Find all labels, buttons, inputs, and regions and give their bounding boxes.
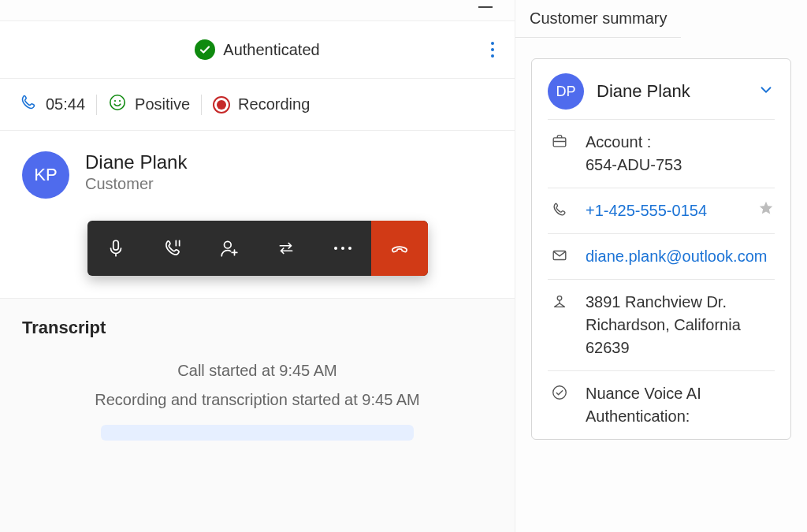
briefcase-icon bbox=[548, 131, 571, 150]
sentiment: Positive bbox=[108, 93, 190, 116]
transcript-event: Call started at 9:45 AM bbox=[22, 362, 493, 380]
caller-name: Diane Plank bbox=[85, 151, 187, 173]
email-field: diane.plank@outlook.com bbox=[548, 233, 775, 279]
tab-customer-summary[interactable]: Customer summary bbox=[515, 0, 681, 38]
window-controls bbox=[0, 0, 515, 20]
call-controls-wrap bbox=[0, 214, 515, 299]
phone-field: +1-425-555-0154 bbox=[548, 188, 775, 233]
add-participant-button[interactable] bbox=[201, 221, 258, 276]
customer-name: Diane Plank bbox=[597, 81, 745, 102]
duration-value: 05:44 bbox=[46, 95, 85, 113]
expand-button[interactable] bbox=[757, 81, 775, 102]
caller-role: Customer bbox=[85, 175, 187, 193]
svg-point-0 bbox=[110, 95, 125, 110]
svg-rect-5 bbox=[553, 138, 566, 147]
caller-info: KP Diane Plank Customer bbox=[0, 131, 515, 214]
call-status-bar: 05:44 Positive Recording bbox=[0, 79, 515, 131]
caller-avatar: KP bbox=[22, 151, 69, 199]
transcript-heading: Transcript bbox=[22, 318, 493, 338]
transcript-bubble bbox=[101, 425, 414, 441]
hold-button[interactable] bbox=[144, 221, 201, 276]
check-icon bbox=[195, 39, 215, 60]
transfer-button[interactable] bbox=[258, 221, 314, 276]
favorite-star-icon[interactable] bbox=[757, 199, 775, 221]
call-panel: Authenticated 05:44 Positive Recording bbox=[0, 0, 515, 532]
recording-icon bbox=[213, 96, 230, 113]
svg-point-1 bbox=[114, 100, 116, 102]
sentiment-value: Positive bbox=[135, 95, 190, 113]
summary-panel: Customer summary DP Diane Plank Account … bbox=[515, 0, 807, 532]
more-actions-button[interactable] bbox=[314, 221, 371, 276]
mail-icon bbox=[548, 245, 571, 264]
address-field: 3891 Ranchview Dr. Richardson, Californi… bbox=[548, 279, 775, 370]
smile-icon bbox=[108, 93, 127, 116]
mute-button[interactable] bbox=[87, 221, 144, 276]
account-field: Account : 654-ADU-753 bbox=[548, 119, 775, 188]
phone-value[interactable]: +1-425-555-0154 bbox=[586, 199, 775, 222]
svg-point-2 bbox=[119, 100, 121, 102]
transcript-section: Transcript Call started at 9:45 AM Recor… bbox=[0, 299, 515, 532]
svg-point-7 bbox=[557, 296, 562, 301]
phone-icon bbox=[548, 199, 571, 218]
location-icon bbox=[548, 291, 571, 310]
end-call-button[interactable] bbox=[371, 221, 428, 276]
minimize-button[interactable] bbox=[478, 6, 493, 8]
call-duration: 05:44 bbox=[19, 93, 85, 116]
separator bbox=[96, 95, 97, 115]
address-value: 3891 Ranchview Dr. Richardson, Californi… bbox=[586, 291, 775, 359]
customer-card: DP Diane Plank Account : 654-ADU-753 bbox=[531, 58, 791, 440]
verified-icon bbox=[548, 382, 571, 401]
call-controls bbox=[87, 221, 428, 276]
recording: Recording bbox=[213, 95, 310, 113]
voice-auth-field: Nuance Voice AI Authentication: bbox=[548, 370, 775, 439]
email-value[interactable]: diane.plank@outlook.com bbox=[586, 245, 775, 268]
transcript-event: Recording and transcription started at 9… bbox=[22, 391, 493, 409]
recording-value: Recording bbox=[238, 95, 310, 113]
more-menu-button[interactable] bbox=[491, 42, 494, 58]
svg-point-4 bbox=[224, 241, 231, 248]
customer-avatar: DP bbox=[548, 73, 584, 110]
authentication-banner: Authenticated bbox=[0, 20, 515, 79]
account-value: Account : 654-ADU-753 bbox=[586, 131, 775, 177]
svg-rect-3 bbox=[113, 240, 118, 250]
svg-point-8 bbox=[553, 386, 567, 400]
phone-icon bbox=[19, 93, 38, 116]
authentication-label: Authenticated bbox=[223, 41, 319, 59]
voice-auth-value: Nuance Voice AI Authentication: bbox=[586, 382, 775, 428]
separator bbox=[201, 95, 202, 115]
